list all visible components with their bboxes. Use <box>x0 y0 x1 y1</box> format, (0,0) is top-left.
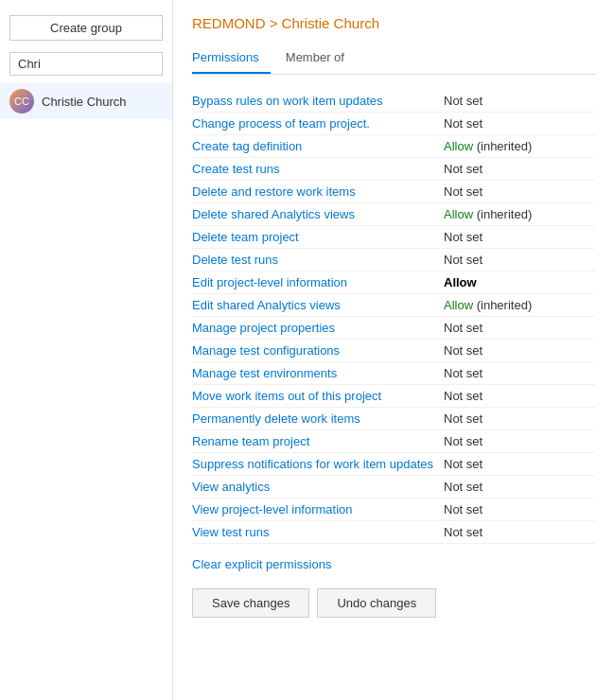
table-row: Manage project propertiesNot set <box>192 317 595 340</box>
sidebar: Create group CC Christie Church <box>0 0 173 700</box>
permission-name[interactable]: Edit project-level information <box>192 275 444 289</box>
tab-bar: Permissions Member of <box>192 44 595 75</box>
table-row: Bypass rules on work item updatesNot set <box>192 90 595 113</box>
permission-value: Not set <box>444 94 595 108</box>
table-row: Create test runsNot set <box>192 158 595 181</box>
permission-name[interactable]: Delete test runs <box>192 253 444 267</box>
table-row: Edit project-level informationAllow <box>192 271 595 294</box>
table-row: Delete and restore work itemsNot set <box>192 181 595 203</box>
clear-permissions-link[interactable]: Clear explicit permissions <box>192 557 331 571</box>
permission-value: Not set <box>444 162 595 176</box>
breadcrumb: REDMOND > Christie Church <box>192 15 595 31</box>
permission-value: Not set <box>444 457 595 471</box>
permission-name[interactable]: Delete and restore work items <box>192 184 444 199</box>
permission-value: Not set <box>444 116 595 131</box>
create-group-button[interactable]: Create group <box>9 15 163 41</box>
permission-value: Not set <box>444 525 595 539</box>
permission-value: Not set <box>444 411 595 426</box>
save-button[interactable]: Save changes <box>192 588 309 618</box>
permission-name[interactable]: Manage test configurations <box>192 343 444 358</box>
permission-value: Allow (inherited) <box>444 298 595 312</box>
table-row: Delete shared Analytics viewsAllow (inhe… <box>192 203 595 226</box>
breadcrumb-org: REDMOND <box>192 15 266 31</box>
permission-name[interactable]: Permanently delete work items <box>192 411 444 426</box>
permission-name[interactable]: View project-level information <box>192 502 444 516</box>
permission-name[interactable]: Change process of team project. <box>192 116 444 131</box>
table-row: Delete test runsNot set <box>192 249 595 271</box>
permission-name[interactable]: Rename team project <box>192 434 444 448</box>
permission-name[interactable]: View analytics <box>192 480 444 494</box>
permission-name[interactable]: Create tag definition <box>192 139 444 153</box>
table-row: View analyticsNot set <box>192 476 595 499</box>
search-input[interactable] <box>9 52 163 76</box>
table-row: Create tag definitionAllow (inherited) <box>192 135 595 158</box>
permission-value: Not set <box>444 253 595 267</box>
table-row: Rename team projectNot set <box>192 430 595 453</box>
sidebar-item-user[interactable]: CC Christie Church <box>0 83 172 119</box>
permission-name[interactable]: Delete shared Analytics views <box>192 207 444 221</box>
permission-value: Not set <box>444 321 595 335</box>
tab-member-of[interactable]: Member of <box>286 44 356 74</box>
table-row: View test runsNot set <box>192 521 595 544</box>
tab-permissions[interactable]: Permissions <box>192 44 271 74</box>
permission-value: Not set <box>444 480 595 494</box>
table-row: Manage test configurationsNot set <box>192 340 595 362</box>
permission-name[interactable]: Create test runs <box>192 162 444 176</box>
table-row: Edit shared Analytics viewsAllow (inheri… <box>192 294 595 317</box>
permission-name[interactable]: Manage test environments <box>192 366 444 380</box>
table-row: Permanently delete work itemsNot set <box>192 408 595 430</box>
permission-value: Not set <box>444 502 595 516</box>
permission-name[interactable]: Manage project properties <box>192 321 444 335</box>
action-buttons: Save changes Undo changes <box>192 588 595 618</box>
avatar: CC <box>9 89 34 114</box>
permission-value: Not set <box>444 366 595 380</box>
permission-value: Not set <box>444 434 595 448</box>
table-row: Manage test environmentsNot set <box>192 362 595 385</box>
permission-value: Allow (inherited) <box>444 207 595 221</box>
permission-value: Not set <box>444 389 595 403</box>
main-content: REDMOND > Christie Church Permissions Me… <box>173 0 614 700</box>
permission-name[interactable]: Bypass rules on work item updates <box>192 94 444 108</box>
permission-name[interactable]: View test runs <box>192 525 444 539</box>
table-row: Change process of team project.Not set <box>192 113 595 135</box>
permission-value: Not set <box>444 230 595 244</box>
permission-value: Not set <box>444 343 595 358</box>
table-row: Suppress notifications for work item upd… <box>192 453 595 476</box>
table-row: Move work items out of this projectNot s… <box>192 385 595 408</box>
user-name-label: Christie Church <box>42 95 127 109</box>
permission-value: Not set <box>444 184 595 199</box>
permission-name[interactable]: Edit shared Analytics views <box>192 298 444 312</box>
permission-value: Allow <box>444 275 595 289</box>
breadcrumb-separator: > <box>266 15 282 31</box>
permissions-table: Bypass rules on work item updatesNot set… <box>192 90 595 544</box>
permission-value: Allow (inherited) <box>444 139 595 153</box>
permission-name[interactable]: Delete team project <box>192 230 444 244</box>
breadcrumb-user: Christie Church <box>282 15 379 31</box>
table-row: View project-level informationNot set <box>192 499 595 521</box>
permission-name[interactable]: Move work items out of this project <box>192 389 444 403</box>
table-row: Delete team projectNot set <box>192 226 595 249</box>
permission-name[interactable]: Suppress notifications for work item upd… <box>192 457 444 471</box>
undo-button[interactable]: Undo changes <box>317 588 436 618</box>
